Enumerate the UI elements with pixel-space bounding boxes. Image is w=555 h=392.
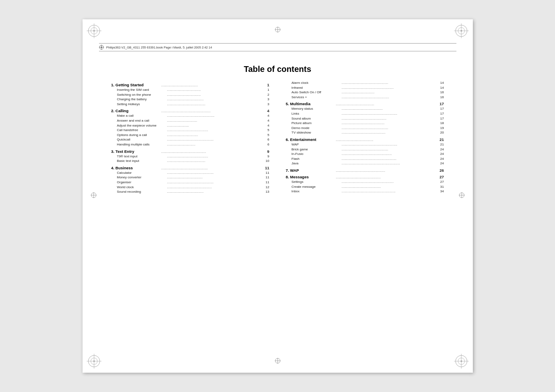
- header-bar: Philips362-V2_GB_4311 255 63391.book Pag…: [99, 43, 456, 51]
- toc-section-1: 1. Getting Started .....................…: [111, 83, 269, 87]
- toc-item: Brick game .............................…: [286, 147, 444, 152]
- toc-item: Answer and end a call ..................…: [111, 118, 269, 123]
- toc-item: T9® text input .........................…: [111, 154, 269, 159]
- svg-point-14: [93, 360, 95, 362]
- toc-item: Inserting the SIM card .................…: [111, 88, 269, 92]
- toc-item: Organiser ..............................…: [111, 180, 269, 185]
- toc-item: Adjust the earpiece volume .............…: [111, 123, 269, 128]
- toc-content: 1. Getting Started .....................…: [95, 81, 461, 194]
- toc-item: Make a call ............................…: [111, 113, 269, 118]
- toc-item: WAP ....................................…: [286, 142, 444, 147]
- page: Philips362-V2_GB_4311 255 63391.book Pag…: [83, 19, 473, 373]
- header-text: Philips362-V2_GB_4311 255 63391.book Pag…: [106, 46, 212, 49]
- toc-item: Flash ..................................…: [286, 157, 444, 161]
- toc-item: Alarm clock ............................…: [286, 81, 444, 85]
- toc-item: Money converter ........................…: [111, 175, 269, 180]
- section-1-dots: ........................................: [161, 83, 267, 87]
- corner-decoration-br: [454, 354, 469, 369]
- corner-decoration-bl: [87, 354, 101, 369]
- toc-section-3: 3. Text Entry ..........................…: [111, 149, 269, 154]
- toc-section-6: 6. Entertainment .......................…: [286, 137, 444, 142]
- toc-item: Inbox ..................................…: [286, 189, 444, 194]
- toc-item: Calculator .............................…: [111, 171, 269, 175]
- toc-section-5: 5. Multimedia ..........................…: [286, 101, 444, 106]
- toc-item: Infrared ...............................…: [286, 85, 444, 90]
- toc-item: Handling multiple calls ................…: [111, 142, 269, 147]
- toc-item: Setting Hotkeys ........................…: [111, 102, 269, 107]
- toc-item: Basic text input .......................…: [111, 159, 269, 164]
- reg-mark-bottom: [275, 358, 281, 365]
- toc-item: Picture album ..........................…: [286, 121, 444, 126]
- toc-item: Settings ...............................…: [286, 180, 444, 184]
- toc-item: Charging the battery ...................…: [111, 97, 269, 102]
- toc-item: Java ...................................…: [286, 161, 444, 166]
- svg-point-4: [93, 30, 95, 32]
- toc-item: TV slideshow ...........................…: [286, 130, 444, 135]
- toc-item: Demo mode ..............................…: [286, 126, 444, 131]
- reg-mark-left: [91, 192, 97, 200]
- toc-item: Quickcall ..............................…: [111, 137, 269, 142]
- section-1-page: 1: [267, 83, 269, 87]
- toc-right-column: Alarm clock ............................…: [278, 81, 444, 194]
- toc-item: Links ..................................…: [286, 111, 444, 116]
- reg-mark-top: [275, 27, 281, 34]
- toc-item: Sound recording ........................…: [111, 189, 269, 194]
- toc-item: World clock ............................…: [111, 185, 269, 190]
- svg-point-9: [461, 30, 462, 32]
- toc-item: Options during a call ..................…: [111, 133, 269, 138]
- item-label: Inserting the SIM card: [117, 88, 166, 92]
- toc-section-2: 2. Calling .............................…: [111, 108, 269, 113]
- toc-item: Services + .............................…: [286, 95, 444, 100]
- svg-point-19: [461, 360, 462, 362]
- toc-item: In-Fusio ...............................…: [286, 152, 444, 157]
- reg-mark-right: [459, 192, 465, 200]
- toc-item: Auto Switch On / Off ...................…: [286, 90, 444, 95]
- toc-item: Call handsfree .........................…: [111, 128, 269, 133]
- crosshair-icon: [99, 45, 104, 50]
- toc-left-column: 1. Getting Started .....................…: [111, 81, 278, 194]
- toc-item: Create message .........................…: [286, 184, 444, 189]
- page-title: Table of contents: [95, 65, 461, 74]
- section-1-label: 1. Getting Started: [111, 83, 161, 87]
- corner-decoration-tr: [454, 23, 469, 38]
- svg-point-35: [101, 47, 102, 48]
- toc-item: Switching on the phone .................…: [111, 92, 269, 97]
- corner-decoration-tl: [87, 23, 101, 38]
- toc-section-7: 7. WAP .................................…: [286, 168, 444, 173]
- toc-item: Sound album ............................…: [286, 116, 444, 121]
- toc-item: Memory status ..........................…: [286, 106, 444, 111]
- toc-section-4: 4. Business ............................…: [111, 166, 269, 170]
- toc-section-8: 8. Messages ............................…: [286, 175, 444, 179]
